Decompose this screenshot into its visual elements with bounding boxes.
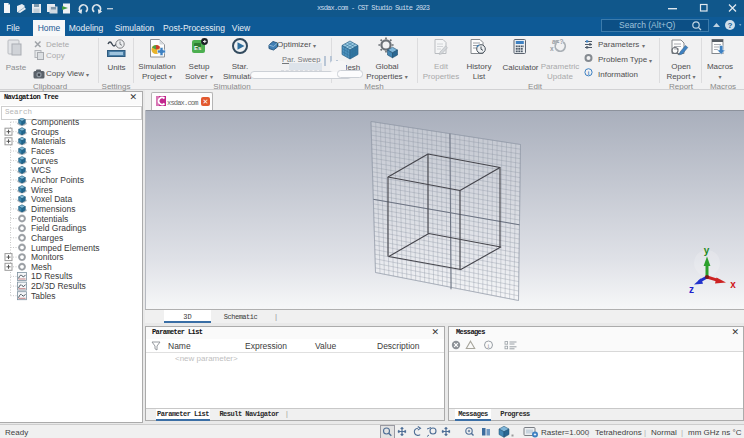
svg-text:i: i — [588, 70, 590, 76]
svg-text:x: x — [730, 279, 736, 290]
svg-text:i: i — [488, 342, 490, 350]
svg-text:z: z — [689, 284, 694, 295]
svg-text:Es: Es — [194, 45, 202, 51]
svg-text:x: x — [550, 45, 554, 52]
svg-text:y: y — [704, 245, 710, 256]
